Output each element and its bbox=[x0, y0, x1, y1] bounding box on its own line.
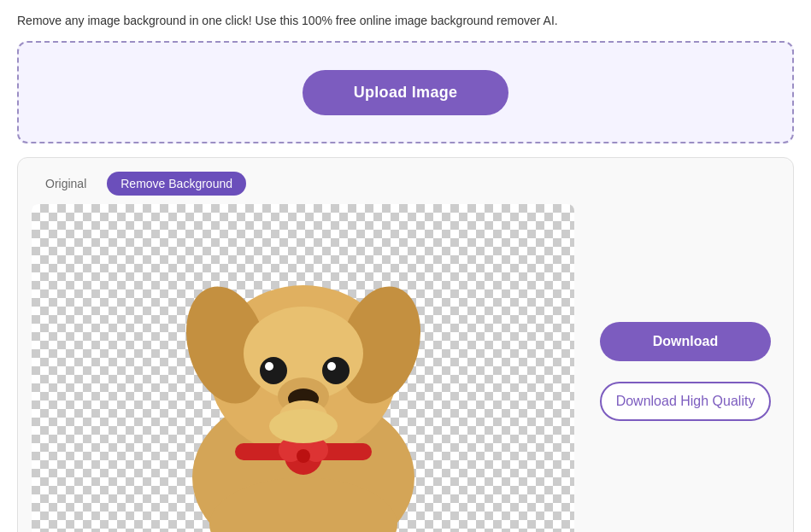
svg-point-5 bbox=[260, 357, 287, 384]
tagline: Remove any image background in one click… bbox=[17, 14, 794, 27]
tabs-row: Original Remove Background bbox=[32, 172, 574, 196]
tab-original[interactable]: Original bbox=[32, 172, 100, 196]
upload-image-button[interactable]: Upload Image bbox=[303, 70, 509, 115]
svg-point-21 bbox=[269, 409, 338, 443]
image-display bbox=[32, 204, 574, 532]
upload-area[interactable]: Upload Image bbox=[17, 41, 794, 143]
page-wrapper: Remove any image background in one click… bbox=[0, 0, 811, 532]
svg-point-8 bbox=[327, 362, 336, 371]
svg-point-17 bbox=[297, 449, 310, 463]
result-container: Original Remove Background bbox=[17, 157, 794, 532]
svg-point-7 bbox=[322, 357, 350, 384]
puppy-svg bbox=[107, 204, 500, 532]
image-panel: Original Remove Background bbox=[32, 172, 574, 532]
download-high-quality-button[interactable]: Download High Quality bbox=[600, 382, 771, 421]
puppy-image-wrapper bbox=[32, 204, 574, 532]
action-panel: Download Download High Quality bbox=[591, 172, 779, 532]
svg-point-6 bbox=[265, 362, 273, 371]
download-button[interactable]: Download bbox=[600, 322, 771, 361]
tab-remove-background[interactable]: Remove Background bbox=[107, 172, 246, 196]
